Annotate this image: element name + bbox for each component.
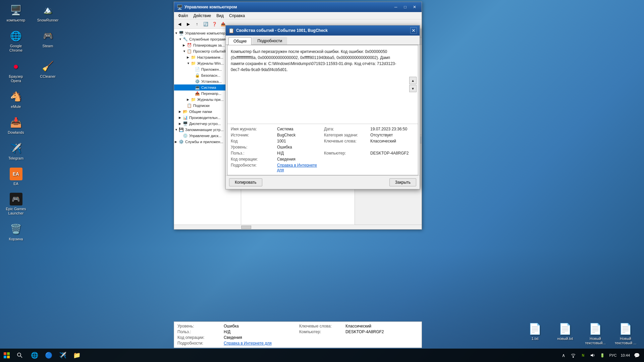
- comp-mgmt-scrollbar[interactable]: [174, 225, 422, 229]
- desktop-icon-dowlands[interactable]: 📥 Dowlands: [3, 116, 29, 135]
- source-value: BugCheck: [277, 133, 321, 137]
- menu-file[interactable]: Файл: [175, 13, 191, 19]
- b-opcode-value: Сведения: [224, 335, 297, 340]
- file-novytextovyi1-label: Новый текстовый...: [584, 337, 607, 345]
- dialog-close-button[interactable]: ✕: [410, 27, 417, 34]
- svg-point-6: [573, 356, 574, 358]
- b-user-label: Польз.:: [177, 329, 221, 334]
- toolbar-forward[interactable]: ▶: [184, 20, 192, 28]
- date-label: Дата:: [324, 127, 368, 131]
- toolbar-help[interactable]: ❓: [210, 20, 218, 28]
- svg-rect-2: [4, 356, 6, 358]
- tray-volume[interactable]: [589, 351, 597, 359]
- file-novytextovyi2-label: Новый текстовый ...: [614, 337, 637, 345]
- desktop-icon-computer[interactable]: 🖥️ компьютер: [3, 3, 29, 22]
- desktop-icon-ea[interactable]: EA EA: [3, 168, 29, 186]
- tray-icons: ∧ N: [559, 351, 606, 359]
- b-details-link[interactable]: Справка в Интернете для: [224, 341, 297, 346]
- chrome-icon: 🌐: [9, 29, 23, 43]
- b-keywords-value: Классический: [345, 324, 418, 328]
- b-computer-label: Компьютер:: [299, 329, 343, 334]
- desktop-icon-emule[interactable]: 🐴 eMule: [3, 90, 29, 109]
- computer-value: DESKTOP-4A8RGF2: [370, 151, 415, 156]
- scroll-up-button[interactable]: ▲: [409, 77, 417, 84]
- copy-button[interactable]: Копировать: [229, 178, 262, 186]
- details-label: Подробности:: [231, 163, 274, 172]
- toolbar-up[interactable]: ↑: [193, 20, 201, 28]
- desktop-icon-chrome[interactable]: 🌐 Google Chrome: [3, 29, 29, 53]
- comp-mgmt-title: Управление компьютером: [184, 5, 391, 9]
- b-keywords-label: Ключевые слова:: [299, 324, 343, 328]
- file-1txt-label: 1.txt: [532, 337, 539, 341]
- tray-network[interactable]: [569, 351, 577, 359]
- file-icon-novytextovyi2[interactable]: 📄 Новый текстовый ...: [614, 322, 637, 345]
- menu-action[interactable]: Действие: [191, 13, 214, 19]
- desktop-icons-container: 🖥️ компьютер 🏔️ SnowRunner 🌐 Google Chro…: [0, 0, 64, 245]
- b-user-value: Н/Д: [224, 329, 297, 334]
- file-icon-novytxt[interactable]: 📄 новый.txt: [553, 322, 577, 345]
- dialog-body: Компьютер был перезагружен после критиче…: [227, 45, 418, 175]
- desktop-icon-telegram[interactable]: ✈️ Telegram: [3, 141, 29, 161]
- menu-help[interactable]: Справка: [226, 13, 248, 19]
- tray-nvidia[interactable]: N: [579, 351, 587, 359]
- task-value: Отсутствует: [370, 133, 415, 137]
- ea-icon: EA: [10, 168, 22, 180]
- maximize-button[interactable]: □: [401, 4, 410, 10]
- details-link[interactable]: Справка в Интернете для: [277, 163, 321, 172]
- taskbar-time[interactable]: 10:44: [621, 353, 630, 358]
- scroll-down-button[interactable]: ▼: [409, 85, 417, 92]
- toolbar-refresh[interactable]: 🔄: [202, 20, 210, 28]
- level-value: Ошибка: [277, 145, 321, 149]
- scrollbar-thumb[interactable]: [241, 226, 251, 229]
- taskbar: 🌐 🔵 ✈️ 📁 ∧ N: [0, 349, 644, 362]
- search-button[interactable]: [13, 349, 26, 362]
- code-value: 1001: [277, 139, 321, 143]
- tray-chevron[interactable]: ∧: [559, 351, 568, 359]
- desktop-icon-steam[interactable]: 🎮 Steam: [35, 29, 60, 53]
- notification-button[interactable]: 💬: [633, 351, 641, 359]
- tray-battery[interactable]: 🔋: [598, 351, 606, 359]
- snowrunner-label: SnowRunner: [37, 18, 59, 22]
- svg-marker-7: [591, 354, 593, 357]
- desktop-icon-opera[interactable]: ● Браузер Opera: [3, 60, 29, 83]
- file-icon-novytextovyi1[interactable]: 📄 Новый текстовый...: [584, 322, 607, 345]
- task-label: Категория задачи:: [324, 133, 368, 137]
- taskbar-telegram[interactable]: ✈️: [56, 349, 69, 361]
- dialog-tab-general[interactable]: Общие: [228, 37, 252, 45]
- tray-language[interactable]: РУС: [609, 353, 616, 357]
- dialog-tab-details[interactable]: Подробности: [252, 37, 287, 45]
- opcode-value: Сведения: [277, 157, 321, 162]
- svg-rect-0: [4, 352, 6, 355]
- taskbar-explorer[interactable]: 📁: [70, 349, 84, 361]
- desktop-icon-epic[interactable]: 🎮 Epic Games Launcher: [3, 193, 29, 216]
- start-button[interactable]: [0, 349, 13, 362]
- user-value: Н/Д: [277, 151, 321, 156]
- close-button[interactable]: ✕: [410, 4, 419, 10]
- taskbar-edge[interactable]: 🌐: [28, 349, 41, 361]
- desktop-icon-ccleaner[interactable]: 🧹 CCleaner: [35, 60, 60, 83]
- steam-icon: 🎮: [41, 29, 55, 43]
- file-icon-1txt[interactable]: 📄 1.txt: [523, 322, 547, 345]
- epic-label: Epic Games Launcher: [3, 207, 29, 216]
- menu-view[interactable]: Вид: [214, 13, 226, 19]
- comp-mgmt-controls: ─ □ ✕: [391, 4, 419, 10]
- snowrunner-icon: 🏔️: [41, 3, 55, 17]
- b-computer-value: DESKTOP-4A8RGF2: [345, 329, 418, 334]
- desktop-icon-trash[interactable]: 🗑️ Корзина: [3, 222, 29, 241]
- epic-icon: 🎮: [10, 193, 22, 205]
- dialog-title-icon: 📋: [228, 28, 234, 33]
- computer-icon: 🖥️: [9, 3, 23, 17]
- telegram-icon: ✈️: [9, 141, 23, 155]
- taskbar-tray: ∧ N: [556, 349, 644, 362]
- emule-label: eMule: [11, 105, 21, 109]
- taskbar-chrome[interactable]: 🔵: [42, 349, 55, 361]
- dialog-close-footer-button[interactable]: Закрыть: [389, 178, 416, 186]
- journal-label: Имя журнала:: [231, 127, 274, 131]
- dialog-tabs: Общие Подробности: [226, 36, 420, 45]
- toolbar-back[interactable]: ◀: [175, 20, 183, 28]
- minimize-button[interactable]: ─: [391, 4, 400, 10]
- desktop-icon-snowrunner[interactable]: 🏔️ SnowRunner: [35, 3, 60, 22]
- keywords-label: Ключевые слова:: [324, 139, 368, 143]
- ea-label: EA: [13, 182, 18, 186]
- file-novytxt-icon: 📄: [558, 322, 572, 335]
